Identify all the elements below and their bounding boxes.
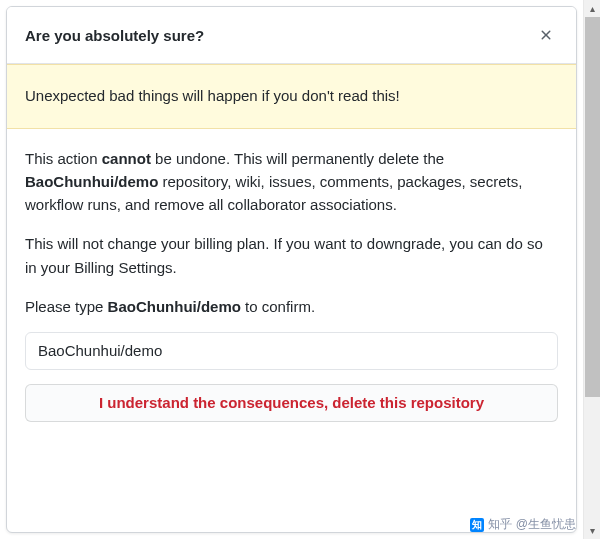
scroll-down-arrow-icon[interactable]: ▾ (584, 522, 600, 539)
warning-banner: Unexpected bad things will happen if you… (7, 64, 576, 129)
watermark-text: 知乎 @生鱼忧患 (488, 516, 576, 533)
dialog-title: Are you absolutely sure? (25, 27, 204, 44)
scrollbar-thumb[interactable] (585, 17, 600, 397)
delete-description-1: This action cannot be undone. This will … (25, 147, 558, 217)
scroll-up-arrow-icon[interactable]: ▴ (584, 0, 600, 17)
close-button[interactable] (534, 23, 558, 47)
dialog-body: This action cannot be undone. This will … (7, 129, 576, 533)
delete-repository-button[interactable]: I understand the consequences, delete th… (25, 384, 558, 422)
watermark: 知 知乎 @生鱼忧患 (470, 516, 576, 533)
dialog-header: Are you absolutely sure? (7, 7, 576, 64)
zhihu-logo-icon: 知 (470, 518, 484, 532)
confirm-repo-input[interactable] (25, 332, 558, 370)
confirm-delete-dialog: Are you absolutely sure? Unexpected bad … (6, 6, 577, 533)
delete-description-2: This will not change your billing plan. … (25, 232, 558, 279)
confirm-instruction: Please type BaoChunhui/demo to confirm. (25, 295, 558, 318)
close-icon (538, 27, 554, 43)
scrollbar[interactable]: ▴ ▾ (583, 0, 600, 539)
